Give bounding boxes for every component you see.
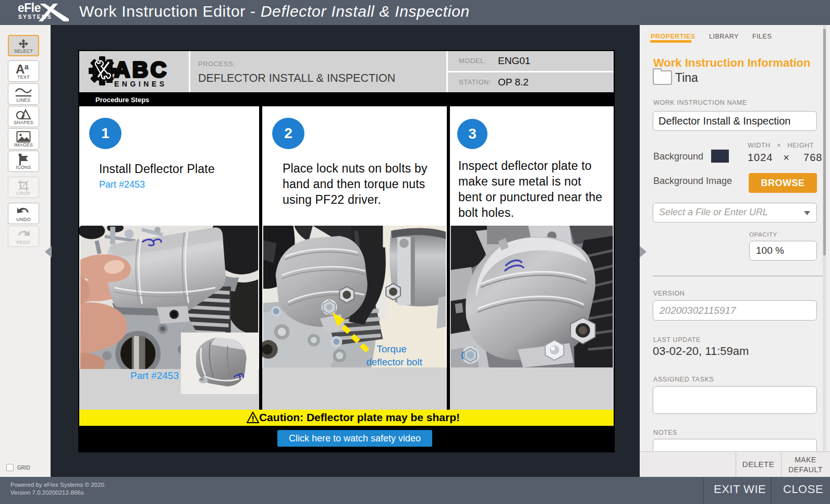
svg-text:deflector bolt: deflector bolt <box>366 357 422 367</box>
svg-text:a: a <box>25 63 29 71</box>
svg-text:ABC: ABC <box>114 57 166 82</box>
svg-text:ENGINES: ENGINES <box>114 80 167 88</box>
svg-text:eFle: eFle <box>18 2 41 15</box>
svg-text:Torque: Torque <box>376 343 406 354</box>
svg-text:A: A <box>16 63 25 76</box>
